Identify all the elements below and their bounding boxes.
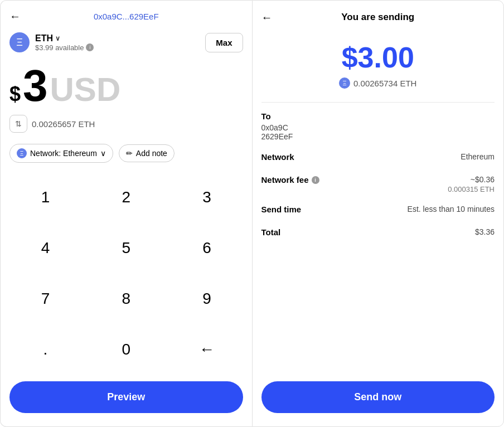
network-chevron-icon: ∨ xyxy=(100,149,106,158)
token-balance-text: $3.99 available xyxy=(35,43,84,52)
fee-eth-value: 0.000315 ETH xyxy=(448,185,495,193)
right-title: You are sending xyxy=(341,12,414,23)
token-chevron-icon: ∨ xyxy=(55,35,60,42)
pencil-icon: ✏ xyxy=(126,149,133,158)
sending-eth-amount: Ξ 0.00265734 ETH xyxy=(339,77,416,89)
numpad-key-7[interactable]: 7 xyxy=(5,273,86,324)
network-row: Network Ethereum xyxy=(261,152,495,164)
numpad: 1 2 3 4 5 6 7 8 9 . 0 ← xyxy=(1,172,252,375)
preview-button[interactable]: Preview xyxy=(9,381,243,413)
add-note-label: Add note xyxy=(136,149,167,158)
fee-label: Network fee i xyxy=(261,175,319,185)
network-detail-value: Ethereum xyxy=(461,152,495,161)
back-button-right[interactable]: ← xyxy=(261,11,273,24)
numpad-key-backspace[interactable]: ← xyxy=(167,324,248,375)
right-header: ← You are sending xyxy=(253,1,504,30)
amount-currency: USD xyxy=(50,73,121,106)
sending-eth-icon: Ξ xyxy=(339,77,350,89)
eth-equivalent-text: 0.00265657 ETH xyxy=(32,119,95,129)
total-row: Total $3.36 xyxy=(261,227,495,239)
send-time-value: Est. less than 10 minutes xyxy=(408,205,495,213)
to-address-line1: 0x0a9C xyxy=(261,123,495,132)
total-value: $3.36 xyxy=(475,227,495,236)
send-time-label: Send time xyxy=(261,205,302,214)
add-note-button[interactable]: ✏ Add note xyxy=(119,144,175,162)
options-row: Ξ Network: Ethereum ∨ ✏ Add note xyxy=(1,139,252,172)
numpad-key-2[interactable]: 2 xyxy=(86,172,167,222)
network-detail-label: Network xyxy=(261,152,294,162)
send-now-button[interactable]: Send now xyxy=(261,381,495,413)
numpad-key-4[interactable]: 4 xyxy=(5,222,86,273)
token-info: Ξ ETH ∨ $3.99 available i xyxy=(9,32,94,52)
network-eth-icon: Ξ xyxy=(17,148,27,158)
to-label: To xyxy=(261,111,495,121)
to-address-line2: 2629EeF xyxy=(261,132,495,141)
wallet-address-left[interactable]: 0x0a9C...629EeF xyxy=(94,12,159,21)
sending-eth-text: 0.00265734 ETH xyxy=(353,79,416,88)
left-panel: ← 0x0a9C...629EeF Ξ ETH ∨ $3.99 availabl… xyxy=(0,0,252,427)
total-label: Total xyxy=(261,227,281,237)
dollar-sign: $ xyxy=(9,83,21,106)
eth-equivalent-row: ⇅ 0.00265657 ETH xyxy=(1,110,252,139)
fee-info-icon[interactable]: i xyxy=(312,176,319,184)
numpad-key-0[interactable]: 0 xyxy=(86,324,167,375)
send-time-row: Send time Est. less than 10 minutes xyxy=(261,205,495,216)
balance-info-icon[interactable]: i xyxy=(86,43,94,51)
sending-amount-section: $3.00 Ξ 0.00265734 ETH xyxy=(253,30,504,102)
numpad-key-6[interactable]: 6 xyxy=(167,222,248,273)
swap-icon[interactable]: ⇅ xyxy=(9,115,27,133)
left-header: ← 0x0a9C...629EeF xyxy=(1,1,252,28)
fee-usd-value: ~$0.36 xyxy=(448,175,495,184)
token-row: Ξ ETH ∨ $3.99 available i Max xyxy=(1,28,252,59)
network-label: Network: Ethereum xyxy=(30,149,97,158)
right-panel: ← You are sending $3.00 Ξ 0.00265734 ETH… xyxy=(252,0,505,427)
token-name[interactable]: ETH ∨ xyxy=(35,33,94,43)
network-button[interactable]: Ξ Network: Ethereum ∨ xyxy=(9,144,113,163)
amount-display: $ 3 USD xyxy=(1,59,252,110)
token-name-label: ETH xyxy=(35,33,53,43)
token-balance: $3.99 available i xyxy=(35,43,94,52)
fee-row: Network fee i ~$0.36 0.000315 ETH xyxy=(261,175,495,193)
details-section: To 0x0a9C 2629EeF Network Ethereum Netwo… xyxy=(253,103,504,375)
to-row: To 0x0a9C 2629EeF xyxy=(261,111,495,141)
back-button-left[interactable]: ← xyxy=(9,10,21,23)
numpad-key-9[interactable]: 9 xyxy=(167,273,248,324)
amount-number: 3 xyxy=(23,64,48,108)
numpad-key-8[interactable]: 8 xyxy=(86,273,167,324)
sending-usd-amount: $3.00 xyxy=(342,41,414,74)
eth-logo-icon: Ξ xyxy=(9,32,30,52)
max-button[interactable]: Max xyxy=(205,33,243,52)
info-icon-label: i xyxy=(89,45,90,50)
fee-values: ~$0.36 0.000315 ETH xyxy=(448,175,495,193)
numpad-key-5[interactable]: 5 xyxy=(86,222,167,273)
token-text: ETH ∨ $3.99 available i xyxy=(35,33,94,52)
fee-info-label: i xyxy=(314,177,316,183)
numpad-key-1[interactable]: 1 xyxy=(5,172,86,222)
numpad-key-3[interactable]: 3 xyxy=(167,172,248,222)
fee-label-text: Network fee xyxy=(261,175,309,185)
numpad-key-dot[interactable]: . xyxy=(5,324,86,375)
